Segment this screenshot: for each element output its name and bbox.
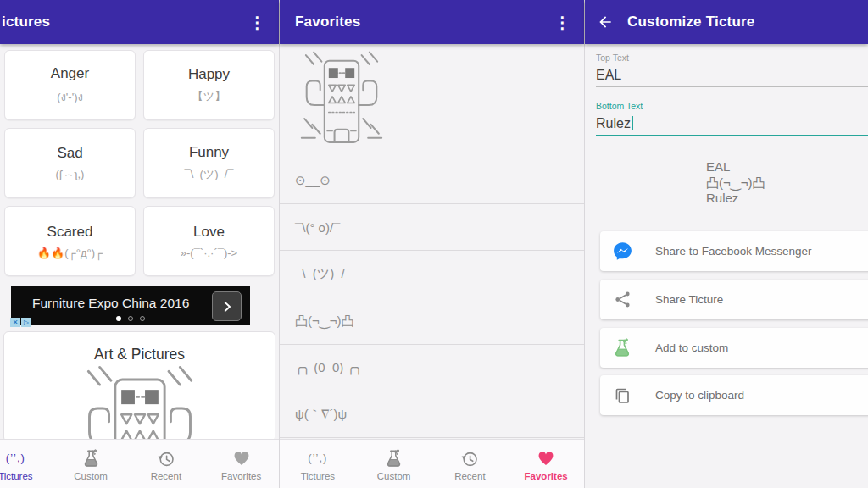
preview-bottom-text: Rulez xyxy=(706,191,765,207)
category-card-funny[interactable]: Funny ¯\_(ツ)_/¯ xyxy=(143,128,275,198)
dot-active xyxy=(116,316,121,321)
category-emoticon: 🔥🔥(┌°д°)┌ xyxy=(37,247,103,259)
ad-pagination-dots xyxy=(11,316,250,321)
bottom-text-underline xyxy=(596,135,868,136)
text-cursor xyxy=(632,116,633,130)
heart-icon xyxy=(537,449,555,468)
emoticon-text: ψ(｀∇´)ψ xyxy=(295,407,347,423)
category-emoticon: 【ツ】 xyxy=(192,89,225,104)
nav-item-favorites[interactable]: Favorites xyxy=(203,440,279,488)
copy-icon xyxy=(612,385,632,406)
nav-item-recent[interactable]: Recent xyxy=(129,440,204,488)
heart-icon xyxy=(232,449,251,468)
overflow-menu-icon[interactable]: ⋮ xyxy=(244,11,270,34)
favorite-item[interactable]: ¯\_(ツ)_/¯ xyxy=(280,251,584,297)
category-card-happy[interactable]: Happy 【ツ】 xyxy=(143,50,275,120)
copy-to-clipboard-button[interactable]: Copy to clipboard xyxy=(600,375,868,415)
customize-appbar: Customize Ticture xyxy=(585,0,868,44)
favorite-item[interactable]: ⊙__⊙ xyxy=(280,158,584,204)
category-name: Love xyxy=(193,224,225,241)
dot xyxy=(140,316,145,321)
category-emoticon: ¯\_(ツ)_/¯ xyxy=(184,167,233,182)
emoticon-text: ¯\(° o)/¯ xyxy=(295,220,340,235)
share-icon xyxy=(613,290,632,309)
dot xyxy=(128,316,133,321)
chevron-right-icon xyxy=(220,299,235,314)
overflow-menu-icon[interactable]: ⋮ xyxy=(549,11,576,34)
nav-label: Tictures xyxy=(301,471,335,481)
nav-item-custom[interactable]: Custom xyxy=(53,440,129,488)
nav-item-custom[interactable]: Custom xyxy=(356,440,432,488)
bottom-navigation: (ʼʼ,) Tictures Custom Recent Favorites xyxy=(0,439,279,488)
art-section-title: Art & Pictures xyxy=(4,346,275,363)
bottom-text-input[interactable]: Rulez xyxy=(596,116,633,131)
flask-icon xyxy=(612,337,632,358)
top-text-underline xyxy=(596,86,868,87)
nav-label: Custom xyxy=(377,471,411,481)
adchoices-badge[interactable]: ✕ ▷ xyxy=(10,318,32,327)
flask-icon xyxy=(384,448,403,469)
category-card-love[interactable]: Love »-(¯`·.·´¯)-> xyxy=(143,206,275,276)
action-label: Add to custom xyxy=(655,341,728,354)
tictures-appbar: ictures ⋮ xyxy=(0,0,279,44)
category-name: Happy xyxy=(188,66,230,83)
category-emoticon: »-(¯`·.·´¯)-> xyxy=(181,247,237,259)
robot-ascii-art xyxy=(292,51,392,153)
nav-item-favorites[interactable]: Favorites xyxy=(508,440,584,488)
category-name: Funny xyxy=(189,144,229,161)
category-name: Scared xyxy=(47,224,93,241)
category-card-sad[interactable]: Sad (ʃ ⌢ ʅ,) xyxy=(4,128,136,198)
customize-ticture-screen: Customize Ticture Top Text EAL Bottom Te… xyxy=(585,0,868,488)
action-label: Share to Facebook Messenger xyxy=(655,245,812,258)
tictures-screen: ictures ⋮ Anger (ง'-')ง Happy 【ツ】 Sad (ʃ… xyxy=(0,0,280,488)
bottom-text-label: Bottom Text xyxy=(596,101,643,111)
add-to-custom-button[interactable]: Add to custom xyxy=(600,328,868,368)
page-title: Customize Ticture xyxy=(627,14,754,30)
category-card-scared[interactable]: Scared 🔥🔥(┌°д°)┌ xyxy=(4,206,136,276)
top-text-input[interactable]: EAL xyxy=(596,68,621,83)
ad-close-icon[interactable]: ✕ xyxy=(10,318,20,327)
favorite-item-robot[interactable] xyxy=(280,44,584,158)
category-name: Anger xyxy=(51,65,89,82)
ad-banner[interactable]: Furniture Expo China 2016 ✕ ▷ xyxy=(11,286,250,325)
action-label: Copy to clipboard xyxy=(655,389,744,402)
category-card-anger[interactable]: Anger (ง'-')ง xyxy=(4,50,136,120)
nav-label: Favorites xyxy=(221,471,261,481)
favorite-item[interactable]: ψ(｀∇´)ψ xyxy=(280,391,584,438)
nav-item-tictures[interactable]: (ʼʼ,) Tictures xyxy=(0,440,53,488)
emoticon-text: ¯\_(ツ)_/¯ xyxy=(295,266,352,282)
emoticon-text: ⊙__⊙ xyxy=(295,173,331,188)
nav-label: Custom xyxy=(74,471,108,481)
share-ticture-button[interactable]: Share Ticture xyxy=(600,280,868,319)
back-button[interactable] xyxy=(597,14,614,30)
page-title: Favorites xyxy=(295,14,360,30)
category-emoticon: (ʃ ⌢ ʅ,) xyxy=(56,168,85,181)
robot-ascii-art xyxy=(68,365,212,442)
adchoices-icon[interactable]: ▷ xyxy=(21,318,31,327)
preview-top-text: EAL xyxy=(706,159,765,175)
preview-emoticon: 凸(¬‿¬)凸 xyxy=(706,175,765,191)
nav-item-tictures[interactable]: (ʼʼ,) Tictures xyxy=(280,440,356,488)
nav-label: Recent xyxy=(151,471,181,481)
bottom-text-value: Rulez xyxy=(596,116,631,130)
share-to-messenger-button[interactable]: Share to Facebook Messenger xyxy=(600,231,868,271)
favorite-item[interactable]: 凸(¬‿¬)凸 xyxy=(280,298,584,345)
tictures-kaomoji-icon: (ʼʼ,) xyxy=(6,452,25,464)
favorite-item[interactable]: ╭╮ (0_0) ╭╮ xyxy=(280,345,584,391)
emoticon-text: 凸(¬‿¬)凸 xyxy=(295,313,354,330)
page-title: ictures xyxy=(2,14,50,30)
bottom-navigation: (ʼʼ,) Tictures Custom Recent Favorites xyxy=(280,439,584,488)
category-grid: Anger (ง'-')ง Happy 【ツ】 Sad (ʃ ⌢ ʅ,) Fun… xyxy=(4,50,275,276)
favorites-appbar: Favorites ⋮ xyxy=(280,0,584,44)
favorite-item[interactable]: ¯\(° o)/¯ xyxy=(280,204,584,251)
ticture-preview: EAL 凸(¬‿¬)凸 Rulez xyxy=(706,159,765,207)
history-icon xyxy=(459,448,480,469)
nav-item-recent[interactable]: Recent xyxy=(432,440,509,488)
nav-label: Favorites xyxy=(525,471,568,481)
action-label: Share Ticture xyxy=(655,293,723,306)
tictures-kaomoji-icon: (ʼʼ,) xyxy=(308,452,327,464)
nav-label: Recent xyxy=(454,471,485,481)
ad-text: Furniture Expo China 2016 xyxy=(32,296,189,311)
art-and-pictures-card[interactable]: Art & Pictures xyxy=(3,331,275,442)
favorites-screen: Favorites ⋮ ⊙__⊙ ¯\(° o)/¯ ¯\_(ツ)_/¯ 凸(¬… xyxy=(280,0,585,488)
